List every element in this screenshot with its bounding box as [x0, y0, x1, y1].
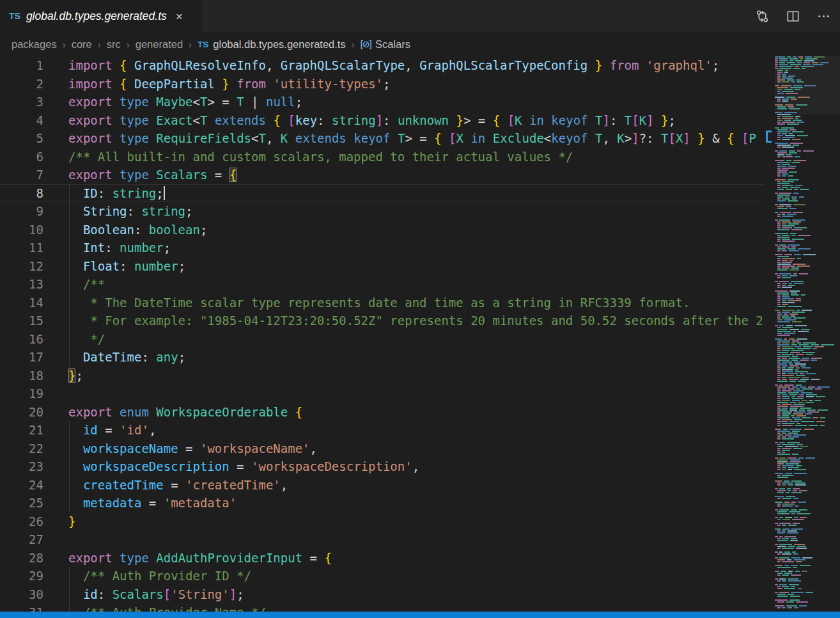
- line-number[interactable]: 15: [0, 312, 43, 330]
- line-number[interactable]: 27: [0, 530, 43, 549]
- breadcrumb-item-generated[interactable]: generated: [136, 38, 183, 51]
- breadcrumb-item-src[interactable]: src: [107, 38, 121, 51]
- code-line[interactable]: 22 workspaceName = 'workspaceName',: [0, 440, 764, 458]
- line-number[interactable]: 28: [0, 549, 43, 567]
- code-line[interactable]: 11 Int: number;: [0, 239, 764, 257]
- indent-guide: [69, 184, 70, 203]
- line-number[interactable]: 5: [0, 129, 43, 148]
- minimap-line: [782, 241, 795, 242]
- line-number[interactable]: 12: [0, 257, 43, 276]
- code-line[interactable]: 28export type AddAuthProviderInput = {: [0, 549, 764, 567]
- split-editor-icon[interactable]: [785, 8, 800, 24]
- minimap-line: [777, 246, 781, 248]
- minimap-line: [782, 525, 786, 526]
- line-number[interactable]: 25: [0, 494, 43, 512]
- line-number[interactable]: 10: [0, 221, 43, 239]
- line-number[interactable]: 22: [0, 440, 43, 458]
- minimap-line: [788, 179, 799, 180]
- overview-ruler[interactable]: [764, 56, 775, 618]
- code-line[interactable]: 20export enum WorkspaceOrderable {: [0, 403, 764, 422]
- minimap-line: [775, 193, 778, 194]
- line-number[interactable]: 29: [0, 567, 43, 585]
- minimap-line: [779, 244, 786, 246]
- line-number[interactable]: 21: [0, 421, 43, 440]
- code-token: X: [676, 131, 683, 145]
- line-number[interactable]: 7: [0, 166, 43, 184]
- code-line[interactable]: 3export type Maybe<T> = T | null;: [0, 93, 764, 111]
- code-line[interactable]: 21 id = 'id',: [0, 421, 764, 440]
- line-number[interactable]: 14: [0, 294, 43, 312]
- code-line[interactable]: 12 Float: number;: [0, 257, 764, 276]
- code-line[interactable]: 24 createdTime = 'createdTime',: [0, 476, 764, 495]
- minimap-line: [775, 68, 778, 69]
- code-line[interactable]: 30 id: Scalars['String'];: [0, 585, 764, 604]
- code-line[interactable]: 14 * The DateTime scalar type represents…: [0, 294, 764, 312]
- line-number[interactable]: 23: [0, 457, 43, 476]
- code-line[interactable]: 9 String: string;: [0, 202, 764, 221]
- line-number[interactable]: 26: [0, 512, 43, 531]
- line-number[interactable]: 2: [0, 75, 43, 93]
- minimap-line: [777, 185, 781, 186]
- breadcrumb-item-Scalars[interactable]: [⊘]Scalars: [361, 38, 410, 51]
- code-line[interactable]: 7export type Scalars = {: [0, 166, 764, 184]
- line-number[interactable]: 24: [0, 476, 43, 495]
- code-line[interactable]: 26}: [0, 512, 764, 531]
- code-line[interactable]: 19: [0, 384, 764, 403]
- code-line[interactable]: 15 * For example: "1985-04-12T23:20:50.5…: [0, 312, 764, 330]
- code-line[interactable]: 2import { DeepPartial } from 'utility-ty…: [0, 75, 764, 93]
- code-token: [68, 569, 83, 583]
- close-icon[interactable]: ×: [176, 10, 183, 22]
- line-number[interactable]: 30: [0, 585, 43, 604]
- code-line[interactable]: 5export type RequireFields<T, K extends …: [0, 129, 764, 148]
- line-number[interactable]: 1: [0, 56, 43, 75]
- minimap-line: [786, 496, 795, 497]
- more-actions-icon[interactable]: [816, 8, 831, 24]
- line-number[interactable]: 17: [0, 348, 43, 367]
- code-line[interactable]: 18};: [0, 367, 764, 385]
- minimap-line: [794, 419, 803, 420]
- line-number[interactable]: 4: [0, 111, 43, 130]
- minimap-line: [782, 122, 795, 123]
- code-line[interactable]: 4export type Exact<T extends { [key: str…: [0, 111, 764, 130]
- minimap[interactable]: [775, 56, 840, 618]
- code-line[interactable]: 10 Boolean: boolean;: [0, 221, 764, 239]
- line-number[interactable]: 13: [0, 275, 43, 294]
- minimap-line: [777, 313, 782, 315]
- line-number[interactable]: 16: [0, 330, 43, 349]
- code-token: type: [120, 168, 149, 182]
- line-number[interactable]: 11: [0, 239, 43, 257]
- code-token: [68, 587, 83, 601]
- line-number[interactable]: 3: [0, 93, 43, 111]
- minimap-line: [802, 310, 812, 311]
- minimap-line: [799, 409, 805, 411]
- code-line[interactable]: 25 metadata = 'metadata': [0, 494, 764, 512]
- line-number[interactable]: 19: [0, 384, 43, 403]
- minimap-line: [791, 360, 798, 361]
- code-line[interactable]: 29 /** Auth Provider ID */: [0, 567, 764, 585]
- minimap-line: [792, 340, 799, 342]
- code-line[interactable]: 8 ID: string;: [0, 184, 764, 203]
- breadcrumb-item-core[interactable]: core: [72, 38, 92, 51]
- line-number[interactable]: 20: [0, 403, 43, 422]
- code-line[interactable]: 1import { GraphQLResolveInfo, GraphQLSca…: [0, 56, 764, 75]
- minimap-line: [788, 244, 800, 246]
- line-number[interactable]: 9: [0, 202, 43, 221]
- open-changes-icon[interactable]: [754, 8, 770, 24]
- code-line[interactable]: 13 /**: [0, 275, 764, 294]
- code-line[interactable]: 27: [0, 530, 764, 549]
- line-number[interactable]: 18: [0, 367, 43, 385]
- minimap-line: [777, 269, 788, 271]
- minimap-line: [782, 139, 790, 140]
- line-number[interactable]: 8: [0, 184, 43, 203]
- breadcrumb-item-packages[interactable]: packages: [12, 38, 57, 51]
- minimap-line: [791, 267, 799, 269]
- code-line[interactable]: 16 */: [0, 330, 764, 349]
- code-line[interactable]: 17 DateTime: any;: [0, 348, 764, 367]
- code-line[interactable]: 23 workspaceDescription = 'workspaceDesc…: [0, 457, 764, 476]
- tab-global-db-types[interactable]: TS global.db.types.generated.ts ×: [0, 0, 202, 32]
- code-line[interactable]: 6/** All built-in and custom scalars, ma…: [0, 148, 764, 166]
- minimap-line: [788, 200, 798, 202]
- breadcrumb-item-global.db.types.generated.ts[interactable]: TSglobal.db.types.generated.ts: [198, 38, 346, 51]
- line-number[interactable]: 6: [0, 148, 43, 166]
- code-editor[interactable]: 1import { GraphQLResolveInfo, GraphQLSca…: [0, 56, 764, 618]
